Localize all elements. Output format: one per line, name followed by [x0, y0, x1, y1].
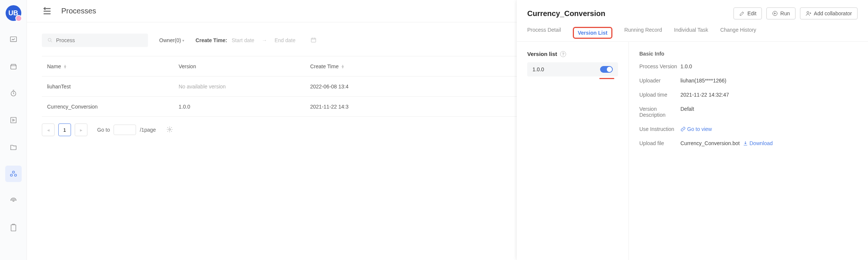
description-label: Version Description	[639, 106, 680, 118]
go-to-view-link[interactable]: Go to view	[680, 126, 712, 132]
panel-title: Currency_Conversion	[527, 9, 605, 18]
page-suffix: /1page	[140, 127, 156, 133]
goto-input[interactable]	[114, 125, 136, 135]
version-list-heading: Version list	[527, 51, 557, 57]
download-link[interactable]: Download	[743, 140, 773, 146]
edit-button[interactable]: Edit	[733, 7, 762, 19]
download-label: Download	[750, 140, 773, 146]
sort-icon[interactable]: ▲▼	[63, 65, 67, 68]
run-label: Run	[780, 10, 790, 16]
nav-dashboard-icon[interactable]	[5, 31, 22, 48]
svg-rect-7	[11, 225, 16, 231]
upload-file-label: Upload file	[639, 140, 680, 146]
detail-panel: Currency_Conversion Edit Run Add collabo…	[517, 0, 868, 260]
basic-info-column: Basic Info Process Version 1.0.0 Uploade…	[629, 42, 868, 260]
nav-broadcast-icon[interactable]	[5, 192, 22, 209]
tab-individual-task[interactable]: Individual Task	[674, 27, 708, 41]
version-list-column: Version list ? 1.0.0	[517, 42, 629, 260]
process-version-value: 1.0.0	[680, 63, 692, 69]
run-button[interactable]: Run	[766, 7, 796, 19]
svg-point-8	[48, 38, 51, 41]
nav-package-icon[interactable]	[5, 58, 22, 75]
settings-icon[interactable]	[166, 126, 173, 134]
add-collaborator-button[interactable]: Add collaborator	[800, 7, 858, 19]
description-value: Defalt	[680, 106, 694, 118]
nav-run-icon[interactable]	[5, 112, 22, 128]
edit-label: Edit	[747, 10, 756, 16]
nav-clipboard-icon[interactable]	[5, 219, 22, 236]
cell-name: liuhanTest	[47, 84, 179, 90]
nav-processes-icon[interactable]	[5, 166, 22, 182]
prev-page-button[interactable]: ◂	[42, 123, 55, 136]
col-createtime-header[interactable]: Create Time	[310, 63, 339, 69]
svg-point-3	[12, 171, 15, 173]
date-range-arrow-icon: →	[262, 37, 267, 43]
process-version-label: Process Version	[639, 63, 680, 69]
cell-createtime: 2022-06-08 13:4	[310, 84, 377, 90]
svg-point-10	[169, 128, 171, 130]
svg-point-11	[773, 11, 777, 16]
end-date-input[interactable]: End date	[275, 37, 296, 43]
tab-running-record[interactable]: Running Record	[624, 27, 662, 41]
search-icon	[47, 37, 53, 43]
add-collab-label: Add collaborator	[814, 10, 852, 16]
uploader-value: liuhan(185****1266)	[680, 78, 726, 84]
col-version-header: Version	[179, 63, 196, 69]
instruction-label: Use Instruction	[639, 126, 680, 132]
file-name: Currency_Conversion.bot	[680, 140, 740, 146]
calendar-icon[interactable]	[311, 37, 316, 44]
edit-icon	[739, 10, 745, 16]
tab-process-detail[interactable]: Process Detail	[527, 27, 561, 41]
add-user-icon	[806, 10, 812, 16]
go-to-view-label: Go to view	[687, 126, 712, 132]
menu-toggle-icon[interactable]	[42, 6, 52, 16]
version-toggle[interactable]	[600, 66, 613, 73]
cell-createtime: 2021-11-22 14:3	[310, 104, 377, 110]
help-icon[interactable]: ?	[560, 51, 566, 57]
page-input[interactable]	[58, 123, 71, 136]
sort-icon[interactable]: ▲▼	[341, 65, 345, 68]
svg-point-12	[807, 12, 809, 13]
svg-point-4	[10, 174, 12, 176]
upload-time-label: Upload time	[639, 92, 680, 98]
upload-time-value: 2021-11-22 14:32:47	[680, 92, 729, 98]
tab-change-history[interactable]: Change History	[720, 27, 756, 41]
goto-label: Go to	[97, 127, 110, 133]
run-icon	[772, 10, 778, 16]
owner-filter[interactable]: Owner(0) ▾	[159, 37, 184, 43]
cell-name: Currency_Conversion	[47, 104, 179, 110]
tab-version-list[interactable]: Version List	[573, 27, 612, 39]
nav-folder-icon[interactable]	[5, 139, 22, 155]
col-name-header[interactable]: Name	[47, 63, 61, 69]
uploader-label: Uploader	[639, 78, 680, 84]
version-item[interactable]: 1.0.0	[527, 62, 618, 76]
page-title: Processes	[61, 7, 96, 15]
owner-label: Owner(0)	[159, 37, 181, 43]
svg-rect-0	[10, 37, 16, 42]
next-page-button[interactable]: ▸	[75, 123, 87, 136]
link-icon	[680, 126, 686, 132]
svg-point-5	[14, 174, 16, 176]
chevron-down-icon: ▾	[182, 38, 184, 43]
create-time-label: Create Time:	[195, 37, 227, 43]
download-icon	[743, 141, 748, 146]
basic-info-heading: Basic Info	[639, 51, 858, 57]
cell-version: 1.0.0	[179, 104, 310, 110]
nav-timer-icon[interactable]	[5, 85, 22, 101]
sidebar: UB	[0, 0, 27, 260]
svg-point-6	[13, 200, 14, 201]
svg-rect-2	[10, 118, 16, 123]
panel-tabs: Process Detail Version List Running Reco…	[517, 19, 868, 42]
create-time-filter: Create Time: Start date → End date	[195, 37, 316, 44]
app-logo: UB	[6, 5, 21, 21]
version-number: 1.0.0	[532, 66, 544, 72]
start-date-input[interactable]: Start date	[232, 37, 254, 43]
search-input[interactable]	[56, 37, 143, 43]
cell-version: No available version	[179, 84, 310, 90]
svg-rect-9	[311, 38, 316, 42]
search-box[interactable]	[42, 34, 148, 47]
